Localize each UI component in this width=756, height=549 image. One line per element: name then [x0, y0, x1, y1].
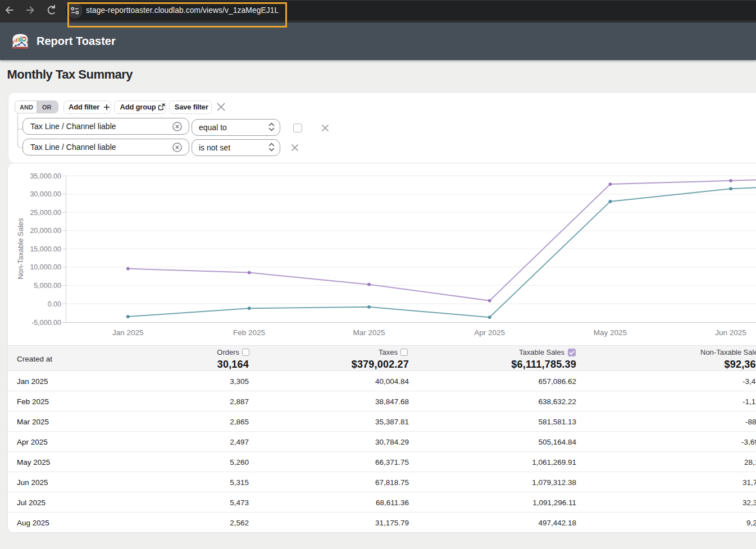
svg-text:Apr 2025: Apr 2025 — [474, 328, 505, 337]
svg-text:Non-Taxable Sales: Non-Taxable Sales — [16, 218, 25, 280]
svg-text:Jun 2025: Jun 2025 — [715, 328, 746, 337]
svg-text:0.00: 0.00 — [48, 300, 61, 308]
svg-text:5,000.00: 5,000.00 — [34, 282, 61, 290]
svg-text:-5,000.00: -5,000.00 — [31, 319, 61, 327]
svg-text:35,000.00: 35,000.00 — [30, 172, 61, 180]
svg-text:10,000.00: 10,000.00 — [30, 263, 61, 271]
svg-text:Mar 2025: Mar 2025 — [353, 328, 385, 337]
svg-text:25,000.00: 25,000.00 — [30, 209, 61, 217]
svg-text:Feb 2025: Feb 2025 — [233, 328, 265, 337]
svg-text:May 2025: May 2025 — [594, 328, 627, 337]
svg-text:20,000.00: 20,000.00 — [30, 227, 61, 235]
svg-text:15,000.00: 15,000.00 — [30, 245, 61, 253]
svg-text:Jan 2025: Jan 2025 — [112, 328, 144, 337]
svg-text:30,000.00: 30,000.00 — [30, 190, 61, 198]
